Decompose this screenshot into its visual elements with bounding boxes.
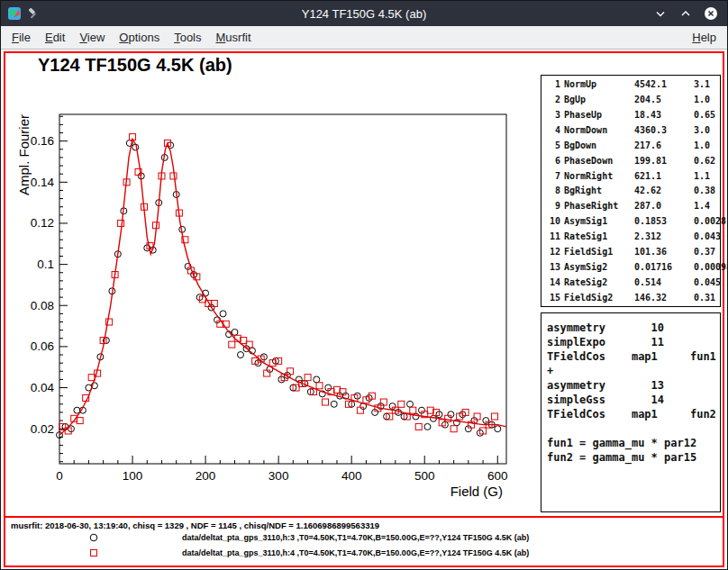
legend-label: data/deltat_pta_gps_3110,h:3 ,T0=4.50K,T… bbox=[182, 533, 529, 542]
menu-help[interactable]: Help bbox=[685, 27, 723, 48]
theory-line: + bbox=[547, 364, 714, 378]
theory-line: TFieldCos map1 fun2 bbox=[547, 407, 714, 421]
param-row: 13AsymSig20.017160.00098 bbox=[546, 262, 715, 272]
y-axis-title: Ampl. Fourier bbox=[16, 114, 32, 195]
minimize-icon bbox=[653, 6, 668, 21]
data-point-circle bbox=[413, 413, 419, 420]
pin-icon bbox=[27, 7, 40, 20]
theory-line bbox=[547, 421, 714, 436]
x-tick-label: 600 bbox=[487, 469, 508, 483]
x-tick-label: 200 bbox=[196, 469, 216, 483]
data-point-square bbox=[427, 407, 433, 413]
param-row: 5BgDown217.61.0 bbox=[546, 140, 715, 150]
x-tick-label: 100 bbox=[123, 469, 143, 483]
param-row: 10AsymSig10.18530.0028 bbox=[546, 216, 715, 226]
y-tick-label: 0.12 bbox=[31, 216, 54, 230]
data-point-circle bbox=[331, 401, 337, 407]
data-point-square bbox=[170, 173, 177, 179]
data-point-circle bbox=[232, 329, 238, 335]
x-tick-label: 300 bbox=[268, 469, 289, 483]
window-controls bbox=[653, 6, 727, 21]
close-button[interactable] bbox=[704, 6, 718, 21]
y-tick-label: 0.14 bbox=[31, 176, 55, 189]
data-point-square bbox=[118, 220, 124, 226]
maximize-icon bbox=[678, 6, 693, 21]
legend-square-marker bbox=[88, 547, 99, 558]
titlebar[interactable]: Y124 TF150G 4.5K (ab) bbox=[1, 1, 727, 26]
legend-row: data/deltat_pta_gps_3110,h:4 ,T0=4.50K,T… bbox=[88, 547, 529, 559]
menu-edit[interactable]: Edit bbox=[38, 27, 72, 48]
data-point-square bbox=[333, 386, 340, 393]
param-row: 7NormRight621.11.1 bbox=[546, 171, 715, 181]
y-tick-label: 0.16 bbox=[31, 134, 54, 148]
legend-pad: musrfit: 2018-06-30, 13:19:40, chisq = 1… bbox=[5, 516, 723, 564]
param-row: 15FieldSig2146.320.31 bbox=[546, 293, 715, 303]
legend-row: data/deltat_pta_gps_3110,h:3 ,T0=4.50K,T… bbox=[88, 531, 529, 544]
param-row: 9PhaseRight287.01.4 bbox=[546, 201, 715, 211]
theory-line: fun1 = gamma_mu * par12 bbox=[547, 436, 714, 450]
data-point-square bbox=[323, 399, 329, 405]
close-icon bbox=[704, 6, 718, 21]
param-row: 12FieldSig1101.360.37 bbox=[546, 247, 715, 257]
menubar: FileEditViewOptionsToolsMusrfit Help bbox=[1, 26, 727, 50]
menu-view[interactable]: View bbox=[72, 27, 112, 48]
data-point-circle bbox=[220, 311, 226, 317]
maximize-button[interactable] bbox=[678, 6, 693, 21]
menubar-items: FileEditViewOptionsToolsMusrfit bbox=[5, 27, 259, 48]
theory-line: asymmetry 10 bbox=[547, 321, 714, 335]
param-row: 11RateSig12.3120.043 bbox=[546, 231, 715, 241]
data-point-square bbox=[492, 413, 498, 420]
param-row: 2BgUp204.51.0 bbox=[546, 95, 715, 104]
app-icon bbox=[7, 6, 22, 21]
legend-label: data/deltat_pta_gps_3110,h:4 ,T0=4.50K,T… bbox=[182, 548, 529, 557]
theory-line: fun2 = gamma_mu * par15 bbox=[547, 450, 714, 465]
param-row: 14RateSig20.5140.045 bbox=[546, 277, 715, 287]
minimize-button[interactable] bbox=[653, 6, 668, 21]
fit-info: musrfit: 2018-06-30, 13:19:40, chisq = 1… bbox=[11, 520, 379, 530]
data-point-circle bbox=[237, 352, 243, 358]
data-point-circle bbox=[495, 426, 501, 432]
main-pad: Y124 TF150G 4.5K (ab) 010020030040050060… bbox=[5, 53, 723, 516]
fit-line bbox=[59, 139, 506, 435]
theory-line: simpleGss 14 bbox=[547, 393, 714, 407]
data-point-square bbox=[450, 426, 457, 432]
data-point-square bbox=[410, 407, 416, 413]
param-row: 6PhaseDown199.810.62 bbox=[546, 156, 715, 166]
param-row: 3PhaseUp18.430.65 bbox=[546, 110, 715, 120]
y-tick-label: 0.08 bbox=[31, 299, 54, 312]
data-point-square bbox=[77, 418, 83, 424]
theory-line: TFieldCos map1 fun1 bbox=[547, 349, 714, 364]
y-tick-label: 0.04 bbox=[31, 381, 55, 394]
theory-line: asymmetry 13 bbox=[547, 378, 714, 393]
app-window: Y124 TF150G 4.5K (ab) FileEditViewOption… bbox=[0, 0, 728, 570]
y-tick-label: 0.06 bbox=[31, 339, 54, 353]
y-tick-label: 0.02 bbox=[31, 422, 54, 436]
x-axis-title: Field (G) bbox=[450, 484, 503, 499]
menu-musrfit[interactable]: Musrfit bbox=[209, 27, 259, 48]
data-point-square bbox=[415, 423, 422, 430]
data-point-circle bbox=[424, 423, 431, 430]
param-row: 1NormUp4542.13.1 bbox=[546, 79, 715, 89]
data-point-square bbox=[305, 375, 311, 381]
x-tick-label: 400 bbox=[341, 469, 362, 483]
theory-box: asymmetry 10simplExpo 11TFieldCos map1 f… bbox=[541, 312, 721, 512]
titlebar-icons bbox=[1, 6, 40, 21]
legend-circle-marker bbox=[88, 532, 99, 543]
data-point-square bbox=[398, 401, 405, 407]
menu-file[interactable]: File bbox=[5, 27, 38, 48]
window-title: Y124 TF150G 4.5K (ab) bbox=[1, 7, 727, 21]
x-tick-label: 500 bbox=[414, 469, 435, 483]
data-point-square bbox=[229, 341, 235, 348]
data-point-circle bbox=[407, 401, 414, 407]
x-tick-label: 0 bbox=[56, 469, 63, 483]
menu-tools[interactable]: Tools bbox=[167, 27, 208, 48]
y-tick-label: 0.1 bbox=[37, 258, 54, 271]
param-row: 8BgRight42.620.38 bbox=[546, 185, 715, 195]
data-point-square bbox=[316, 383, 323, 389]
theory-line: simplExpo 11 bbox=[547, 335, 714, 349]
param-row: 4NormDown4360.33.0 bbox=[546, 125, 715, 135]
menu-options[interactable]: Options bbox=[112, 27, 167, 48]
root-canvas[interactable]: Y124 TF150G 4.5K (ab) 010020030040050060… bbox=[4, 51, 724, 567]
data-point-circle bbox=[314, 376, 320, 383]
data-point-square bbox=[241, 338, 247, 344]
